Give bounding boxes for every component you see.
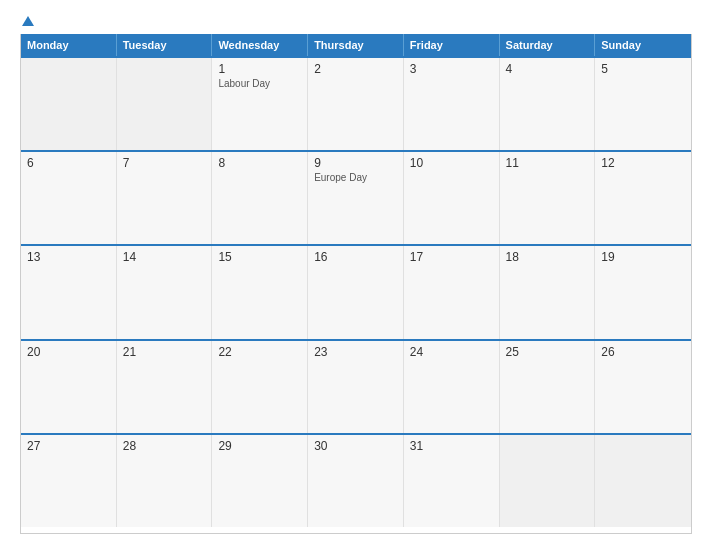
cell-date: 27	[27, 439, 110, 453]
cell-date: 11	[506, 156, 589, 170]
cell-date: 28	[123, 439, 206, 453]
cell-date: 21	[123, 345, 206, 359]
cell-date: 25	[506, 345, 589, 359]
calendar-cell: 29	[212, 435, 308, 527]
calendar-header-cell: Sunday	[595, 34, 691, 56]
calendar-header-cell: Friday	[404, 34, 500, 56]
calendar-cell: 23	[308, 341, 404, 433]
cell-date: 9	[314, 156, 397, 170]
calendar: MondayTuesdayWednesdayThursdayFridaySatu…	[20, 34, 692, 534]
cell-date: 15	[218, 250, 301, 264]
calendar-cell: 3	[404, 58, 500, 150]
calendar-cell: 4	[500, 58, 596, 150]
cell-date: 16	[314, 250, 397, 264]
logo-triangle-icon	[22, 16, 34, 26]
cell-date: 18	[506, 250, 589, 264]
calendar-cell: 5	[595, 58, 691, 150]
calendar-cell	[500, 435, 596, 527]
calendar-cell	[595, 435, 691, 527]
calendar-cell: 16	[308, 246, 404, 338]
cell-date: 4	[506, 62, 589, 76]
calendar-week: 1Labour Day2345	[21, 56, 691, 150]
calendar-header-cell: Saturday	[500, 34, 596, 56]
calendar-cell: 14	[117, 246, 213, 338]
calendar-cell: 13	[21, 246, 117, 338]
cell-date: 2	[314, 62, 397, 76]
cell-date: 29	[218, 439, 301, 453]
logo	[20, 16, 34, 26]
calendar-cell	[21, 58, 117, 150]
calendar-cell: 9Europe Day	[308, 152, 404, 244]
cell-date: 1	[218, 62, 301, 76]
cell-date: 23	[314, 345, 397, 359]
calendar-cell: 20	[21, 341, 117, 433]
calendar-header-row: MondayTuesdayWednesdayThursdayFridaySatu…	[21, 34, 691, 56]
calendar-cell: 19	[595, 246, 691, 338]
calendar-cell: 21	[117, 341, 213, 433]
calendar-header-cell: Thursday	[308, 34, 404, 56]
cell-date: 22	[218, 345, 301, 359]
cell-date: 20	[27, 345, 110, 359]
calendar-cell: 18	[500, 246, 596, 338]
calendar-cell: 22	[212, 341, 308, 433]
calendar-cell: 8	[212, 152, 308, 244]
cell-date: 19	[601, 250, 685, 264]
calendar-week: 13141516171819	[21, 244, 691, 338]
cell-date: 7	[123, 156, 206, 170]
calendar-header-cell: Monday	[21, 34, 117, 56]
calendar-cell: 24	[404, 341, 500, 433]
cell-date: 26	[601, 345, 685, 359]
cell-date: 10	[410, 156, 493, 170]
calendar-cell: 31	[404, 435, 500, 527]
calendar-cell: 7	[117, 152, 213, 244]
calendar-cell	[117, 58, 213, 150]
calendar-cell: 15	[212, 246, 308, 338]
cell-event: Labour Day	[218, 78, 301, 89]
calendar-cell: 1Labour Day	[212, 58, 308, 150]
calendar-cell: 6	[21, 152, 117, 244]
calendar-header-cell: Wednesday	[212, 34, 308, 56]
calendar-cell: 26	[595, 341, 691, 433]
calendar-week: 2728293031	[21, 433, 691, 527]
calendar-week: 6789Europe Day101112	[21, 150, 691, 244]
cell-date: 17	[410, 250, 493, 264]
calendar-week: 20212223242526	[21, 339, 691, 433]
cell-date: 3	[410, 62, 493, 76]
cell-date: 6	[27, 156, 110, 170]
calendar-cell: 11	[500, 152, 596, 244]
calendar-cell: 27	[21, 435, 117, 527]
calendar-cell: 12	[595, 152, 691, 244]
calendar-cell: 28	[117, 435, 213, 527]
cell-date: 8	[218, 156, 301, 170]
calendar-header-cell: Tuesday	[117, 34, 213, 56]
cell-date: 12	[601, 156, 685, 170]
cell-date: 13	[27, 250, 110, 264]
calendar-page: MondayTuesdayWednesdayThursdayFridaySatu…	[0, 0, 712, 550]
calendar-cell: 17	[404, 246, 500, 338]
cell-date: 14	[123, 250, 206, 264]
calendar-cell: 25	[500, 341, 596, 433]
cell-date: 30	[314, 439, 397, 453]
header	[20, 16, 692, 26]
cell-date: 5	[601, 62, 685, 76]
cell-event: Europe Day	[314, 172, 397, 183]
calendar-cell: 10	[404, 152, 500, 244]
calendar-cell: 30	[308, 435, 404, 527]
calendar-body: 1Labour Day23456789Europe Day10111213141…	[21, 56, 691, 527]
calendar-cell: 2	[308, 58, 404, 150]
cell-date: 31	[410, 439, 493, 453]
cell-date: 24	[410, 345, 493, 359]
